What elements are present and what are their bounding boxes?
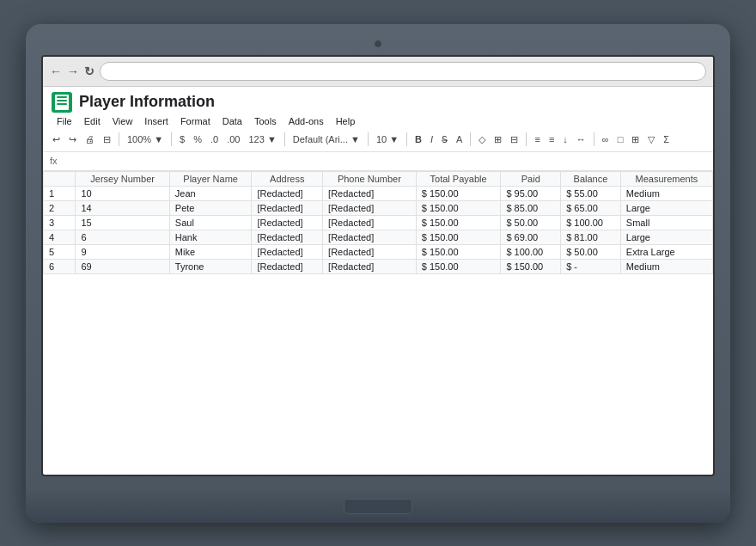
phone-number-cell[interactable]: [Redacted] — [323, 244, 417, 259]
toolbar-number-format[interactable]: 123 ▼ — [246, 133, 278, 145]
measurements-cell[interactable]: Small — [620, 215, 712, 230]
menu-format[interactable]: Format — [175, 114, 216, 128]
toolbar-font-color[interactable]: A — [454, 133, 465, 145]
menu-edit[interactable]: Edit — [79, 114, 106, 128]
toolbar-font-size[interactable]: 10 ▼ — [374, 133, 401, 145]
address-cell[interactable]: [Redacted] — [252, 200, 323, 215]
toolbar-decimal-less[interactable]: .0 — [208, 133, 221, 145]
paid-cell[interactable]: $ 69.00 — [501, 230, 561, 244]
table-row[interactable]: 46Hank[Redacted][Redacted]$ 150.00$ 69.0… — [44, 230, 713, 244]
toolbar-paint[interactable]: ⊟ — [101, 133, 113, 146]
toolbar-percent[interactable]: % — [191, 133, 204, 145]
jersey-number-cell[interactable]: 10 — [76, 186, 169, 200]
row-number-cell[interactable]: 4 — [44, 230, 76, 244]
toolbar-redo[interactable]: ↪ — [66, 133, 79, 146]
measurements-cell[interactable]: Large — [620, 200, 712, 215]
player-name-cell[interactable]: Pete — [169, 200, 252, 215]
toolbar-zoom[interactable]: 100% ▼ — [125, 133, 166, 145]
jersey-number-cell[interactable]: 14 — [76, 200, 169, 215]
menu-view[interactable]: View — [107, 114, 138, 128]
toolbar-filter[interactable]: ▽ — [645, 133, 657, 146]
laptop-trackpad[interactable] — [344, 499, 412, 514]
player-name-cell[interactable]: Hank — [169, 230, 252, 244]
toolbar-wrap[interactable]: ↔ — [574, 133, 588, 145]
toolbar-chart[interactable]: ⊞ — [629, 133, 642, 146]
jersey-number-cell[interactable]: 6 — [76, 230, 169, 244]
jersey-number-cell[interactable]: 69 — [76, 259, 169, 273]
measurements-cell[interactable]: Large — [620, 230, 712, 244]
table-row[interactable]: 669Tyrone[Redacted][Redacted]$ 150.00$ 1… — [44, 259, 713, 273]
phone-number-cell[interactable]: [Redacted] — [323, 259, 417, 273]
address-cell[interactable]: [Redacted] — [252, 259, 323, 273]
toolbar-align-left[interactable]: ≡ — [532, 133, 542, 145]
player-name-cell[interactable]: Saul — [169, 215, 252, 230]
balance-cell[interactable]: $ 55.00 — [561, 186, 621, 200]
total-payable-cell[interactable]: $ 150.00 — [416, 230, 501, 244]
paid-cell[interactable]: $ 95.00 — [501, 186, 561, 200]
total-payable-cell[interactable]: $ 150.00 — [416, 186, 501, 200]
paid-cell[interactable]: $ 100.00 — [501, 244, 561, 259]
toolbar-currency[interactable]: $ — [177, 133, 187, 145]
balance-cell[interactable]: $ 50.00 — [561, 244, 621, 259]
paid-cell[interactable]: $ 50.00 — [501, 215, 561, 230]
balance-cell[interactable]: $ - — [561, 259, 621, 273]
total-payable-cell[interactable]: $ 150.00 — [416, 259, 501, 273]
toolbar-valign[interactable]: ↓ — [560, 133, 570, 145]
row-number-cell[interactable]: 1 — [44, 186, 76, 200]
row-number-cell[interactable]: 3 — [44, 215, 76, 230]
toolbar-undo[interactable]: ↩ — [50, 133, 63, 146]
address-bar[interactable] — [100, 62, 706, 81]
phone-number-cell[interactable]: [Redacted] — [323, 230, 417, 244]
address-cell[interactable]: [Redacted] — [252, 186, 323, 200]
menu-insert[interactable]: Insert — [139, 114, 174, 128]
measurements-cell[interactable]: Extra Large — [620, 244, 712, 259]
balance-cell[interactable]: $ 100.00 — [561, 215, 621, 230]
table-row[interactable]: 59Mike[Redacted][Redacted]$ 150.00$ 100.… — [44, 244, 713, 259]
table-row[interactable]: 110Jean[Redacted][Redacted]$ 150.00$ 95.… — [44, 186, 713, 200]
phone-number-cell[interactable]: [Redacted] — [323, 186, 417, 200]
jersey-number-cell[interactable]: 9 — [76, 244, 169, 259]
address-cell[interactable]: [Redacted] — [252, 244, 323, 259]
toolbar-link[interactable]: ∞ — [600, 133, 612, 145]
player-name-cell[interactable]: Mike — [169, 244, 252, 259]
formula-input[interactable] — [63, 156, 706, 166]
address-cell[interactable]: [Redacted] — [252, 230, 323, 244]
toolbar-function[interactable]: Σ — [661, 133, 672, 145]
player-name-cell[interactable]: Jean — [169, 186, 252, 200]
balance-cell[interactable]: $ 81.00 — [561, 230, 621, 244]
total-payable-cell[interactable]: $ 150.00 — [416, 215, 501, 230]
row-number-cell[interactable]: 2 — [44, 200, 76, 215]
table-row[interactable]: 315Saul[Redacted][Redacted]$ 150.00$ 50.… — [44, 215, 713, 230]
toolbar-decimal-more[interactable]: .00 — [224, 133, 242, 145]
toolbar-strikethrough[interactable]: S̶ — [439, 133, 450, 146]
player-name-cell[interactable]: Tyrone — [169, 259, 252, 273]
back-button[interactable]: ← — [50, 64, 62, 78]
toolbar-italic[interactable]: I — [428, 133, 436, 145]
measurements-cell[interactable]: Medium — [620, 259, 712, 273]
toolbar-bold[interactable]: B — [412, 133, 424, 145]
phone-number-cell[interactable]: [Redacted] — [323, 200, 417, 215]
address-cell[interactable]: [Redacted] — [252, 215, 323, 230]
menu-file[interactable]: File — [52, 114, 77, 128]
spreadsheet-area[interactable]: Jersey Number Player Name Address Phone … — [43, 171, 713, 274]
phone-number-cell[interactable]: [Redacted] — [323, 215, 417, 230]
row-number-cell[interactable]: 6 — [44, 259, 76, 273]
balance-cell[interactable]: $ 65.00 — [561, 200, 621, 215]
menu-addons[interactable]: Add-ons — [284, 114, 329, 128]
refresh-button[interactable]: ↻ — [84, 64, 94, 78]
toolbar-font[interactable]: Default (Ari... ▼ — [290, 133, 363, 145]
measurements-cell[interactable]: Medium — [620, 186, 712, 200]
toolbar-fill-color[interactable]: ◇ — [476, 133, 488, 146]
forward-button[interactable]: → — [67, 64, 79, 78]
paid-cell[interactable]: $ 150.00 — [501, 259, 561, 273]
toolbar-print[interactable]: 🖨 — [82, 133, 97, 145]
jersey-number-cell[interactable]: 15 — [76, 215, 169, 230]
menu-data[interactable]: Data — [217, 114, 247, 128]
table-row[interactable]: 214Pete[Redacted][Redacted]$ 150.00$ 85.… — [44, 200, 713, 215]
toolbar-merge[interactable]: ⊟ — [508, 133, 521, 146]
toolbar-borders[interactable]: ⊞ — [491, 133, 504, 146]
total-payable-cell[interactable]: $ 150.00 — [416, 244, 501, 259]
paid-cell[interactable]: $ 85.00 — [501, 200, 561, 215]
menu-help[interactable]: Help — [331, 114, 361, 128]
row-number-cell[interactable]: 5 — [44, 244, 76, 259]
